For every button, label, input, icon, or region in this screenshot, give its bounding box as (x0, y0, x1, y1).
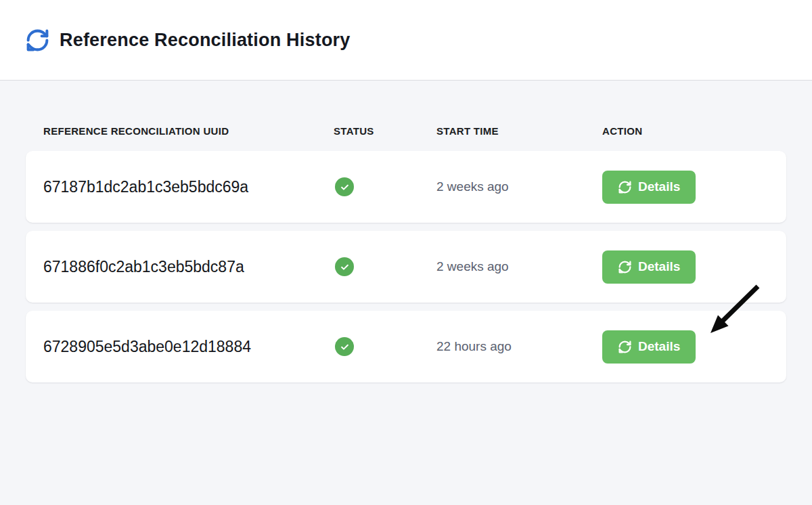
column-header-action: ACTION (602, 125, 769, 137)
action-cell: Details (602, 250, 769, 284)
start-time: 22 hours ago (436, 339, 602, 354)
details-button-label: Details (638, 179, 680, 194)
details-button-label: Details (638, 339, 680, 354)
check-circle-icon (335, 177, 354, 196)
details-button[interactable]: Details (602, 330, 696, 364)
details-button-label: Details (638, 259, 680, 274)
action-cell: Details (602, 330, 769, 364)
sync-icon (618, 340, 632, 354)
check-circle-icon (335, 257, 354, 276)
start-time: 2 weeks ago (436, 179, 602, 194)
reconciliation-uuid: 6728905e5d3abe0e12d18884 (43, 338, 334, 356)
start-time: 2 weeks ago (436, 259, 602, 274)
column-header-start-time: START TIME (436, 125, 602, 137)
check-circle-icon (335, 337, 354, 356)
main-content: REFERENCE RECONCILIATION UUID STATUS STA… (0, 81, 812, 382)
reconciliation-uuid: 67187b1dc2ab1c3eb5bdc69a (43, 178, 334, 196)
table-row: 6728905e5d3abe0e12d18884 22 hours ago De… (26, 311, 786, 382)
status-cell (334, 177, 436, 196)
table-row: 67187b1dc2ab1c3eb5bdc69a 2 weeks ago Det… (26, 151, 786, 223)
sync-icon (25, 28, 50, 53)
column-header-uuid: REFERENCE RECONCILIATION UUID (43, 125, 334, 137)
table-header-row: REFERENCE RECONCILIATION UUID STATUS STA… (26, 125, 786, 137)
reconciliation-uuid: 671886f0c2ab1c3eb5bdc87a (43, 258, 334, 276)
sync-icon (618, 180, 632, 194)
table-row: 671886f0c2ab1c3eb5bdc87a 2 weeks ago Det… (26, 231, 786, 303)
status-cell (334, 257, 436, 276)
details-button[interactable]: Details (602, 171, 696, 204)
page-header: Reference Reconciliation History (0, 0, 812, 81)
page-title: Reference Reconciliation History (60, 30, 351, 51)
action-cell: Details (602, 171, 769, 204)
column-header-status: STATUS (334, 125, 436, 137)
sync-icon (618, 260, 632, 274)
status-cell (334, 337, 436, 356)
details-button[interactable]: Details (602, 250, 696, 284)
